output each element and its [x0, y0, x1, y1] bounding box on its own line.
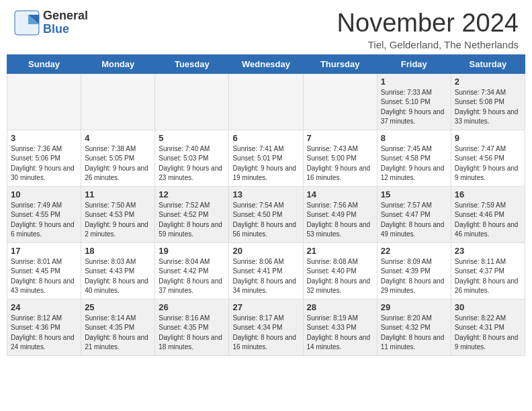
day-number: 22 [381, 246, 447, 256]
day-number: 15 [381, 189, 447, 199]
day-info: Sunrise: 8:16 AM Sunset: 4:35 PM Dayligh… [159, 314, 225, 353]
logo-icon [13, 9, 40, 36]
calendar-week-4: 24Sunrise: 8:12 AM Sunset: 4:36 PM Dayli… [7, 299, 525, 355]
day-cell: 25Sunrise: 8:14 AM Sunset: 4:35 PM Dayli… [81, 299, 155, 355]
day-number: 8 [381, 133, 447, 143]
day-number: 14 [307, 189, 373, 199]
day-cell: 4Sunrise: 7:38 AM Sunset: 5:05 PM Daylig… [81, 130, 155, 186]
day-info: Sunrise: 8:03 AM Sunset: 4:43 PM Dayligh… [85, 257, 151, 296]
day-info: Sunrise: 8:09 AM Sunset: 4:39 PM Dayligh… [381, 257, 447, 296]
day-cell: 17Sunrise: 8:01 AM Sunset: 4:45 PM Dayli… [7, 242, 81, 299]
day-number: 28 [307, 302, 373, 312]
day-cell: 16Sunrise: 7:59 AM Sunset: 4:46 PM Dayli… [451, 186, 525, 242]
day-cell: 27Sunrise: 8:17 AM Sunset: 4:34 PM Dayli… [229, 299, 303, 355]
day-info: Sunrise: 8:11 AM Sunset: 4:37 PM Dayligh… [455, 257, 521, 296]
day-info: Sunrise: 8:17 AM Sunset: 4:34 PM Dayligh… [232, 314, 299, 353]
header-sunday: Sunday [7, 54, 81, 73]
location: Tiel, Gelderland, The Netherlands [337, 39, 519, 50]
logo-blue: Blue [43, 23, 88, 36]
day-number: 16 [455, 189, 521, 199]
month-title: November 2024 [337, 9, 519, 38]
day-number: 6 [232, 133, 299, 143]
header-thursday: Thursday [303, 54, 377, 73]
day-info: Sunrise: 8:01 AM Sunset: 4:45 PM Dayligh… [11, 257, 77, 296]
day-number: 29 [381, 302, 447, 312]
day-number: 24 [11, 302, 77, 312]
day-info: Sunrise: 8:19 AM Sunset: 4:33 PM Dayligh… [307, 314, 373, 353]
header-saturday: Saturday [451, 54, 525, 73]
day-cell: 22Sunrise: 8:09 AM Sunset: 4:39 PM Dayli… [377, 242, 451, 299]
day-cell [81, 73, 155, 130]
day-info: Sunrise: 7:38 AM Sunset: 5:05 PM Dayligh… [85, 144, 151, 183]
day-cell: 19Sunrise: 8:04 AM Sunset: 4:42 PM Dayli… [155, 242, 229, 299]
day-number: 21 [307, 246, 373, 256]
day-cell: 6Sunrise: 7:41 AM Sunset: 5:01 PM Daylig… [229, 130, 303, 186]
day-info: Sunrise: 7:45 AM Sunset: 4:58 PM Dayligh… [381, 144, 447, 183]
day-info: Sunrise: 7:34 AM Sunset: 5:08 PM Dayligh… [455, 88, 521, 127]
title-section: November 2024 Tiel, Gelderland, The Neth… [337, 9, 519, 50]
day-info: Sunrise: 7:43 AM Sunset: 5:00 PM Dayligh… [307, 144, 373, 183]
page-wrapper: General Blue November 2024 Tiel, Gelderl… [0, 0, 532, 363]
day-info: Sunrise: 7:50 AM Sunset: 4:53 PM Dayligh… [85, 201, 151, 240]
day-info: Sunrise: 7:36 AM Sunset: 5:06 PM Dayligh… [11, 144, 77, 183]
day-number: 30 [455, 302, 521, 312]
header-wednesday: Wednesday [229, 54, 303, 73]
day-cell: 26Sunrise: 8:16 AM Sunset: 4:35 PM Dayli… [155, 299, 229, 355]
day-info: Sunrise: 7:54 AM Sunset: 4:50 PM Dayligh… [232, 201, 299, 240]
day-number: 27 [232, 302, 299, 312]
day-cell: 14Sunrise: 7:56 AM Sunset: 4:49 PM Dayli… [303, 186, 377, 242]
day-info: Sunrise: 8:12 AM Sunset: 4:36 PM Dayligh… [11, 314, 77, 353]
day-number: 19 [159, 246, 225, 256]
day-cell: 23Sunrise: 8:11 AM Sunset: 4:37 PM Dayli… [451, 242, 525, 299]
day-cell: 21Sunrise: 8:08 AM Sunset: 4:40 PM Dayli… [303, 242, 377, 299]
day-cell [155, 73, 229, 130]
header-friday: Friday [377, 54, 451, 73]
day-info: Sunrise: 7:33 AM Sunset: 5:10 PM Dayligh… [381, 88, 447, 127]
day-number: 26 [159, 302, 225, 312]
day-info: Sunrise: 7:47 AM Sunset: 4:56 PM Dayligh… [455, 144, 521, 183]
day-cell: 3Sunrise: 7:36 AM Sunset: 5:06 PM Daylig… [7, 130, 81, 186]
header-monday: Monday [81, 54, 155, 73]
day-number: 5 [159, 133, 225, 143]
day-number: 13 [232, 189, 299, 199]
day-cell: 18Sunrise: 8:03 AM Sunset: 4:43 PM Dayli… [81, 242, 155, 299]
day-cell: 12Sunrise: 7:52 AM Sunset: 4:52 PM Dayli… [155, 186, 229, 242]
day-number: 4 [85, 133, 151, 143]
day-info: Sunrise: 8:22 AM Sunset: 4:31 PM Dayligh… [455, 314, 521, 353]
day-number: 11 [85, 189, 151, 199]
day-cell: 30Sunrise: 8:22 AM Sunset: 4:31 PM Dayli… [451, 299, 525, 355]
calendar-week-1: 3Sunrise: 7:36 AM Sunset: 5:06 PM Daylig… [7, 130, 525, 186]
day-cell: 28Sunrise: 8:19 AM Sunset: 4:33 PM Dayli… [303, 299, 377, 355]
day-number: 25 [85, 302, 151, 312]
day-number: 9 [455, 133, 521, 143]
day-cell: 7Sunrise: 7:43 AM Sunset: 5:00 PM Daylig… [303, 130, 377, 186]
day-cell: 9Sunrise: 7:47 AM Sunset: 4:56 PM Daylig… [451, 130, 525, 186]
day-number: 17 [11, 246, 77, 256]
day-cell: 5Sunrise: 7:40 AM Sunset: 5:03 PM Daylig… [155, 130, 229, 186]
day-info: Sunrise: 8:14 AM Sunset: 4:35 PM Dayligh… [85, 314, 151, 353]
day-number: 10 [11, 189, 77, 199]
day-cell: 10Sunrise: 7:49 AM Sunset: 4:55 PM Dayli… [7, 186, 81, 242]
header: General Blue November 2024 Tiel, Gelderl… [0, 0, 532, 54]
day-info: Sunrise: 8:20 AM Sunset: 4:32 PM Dayligh… [381, 314, 447, 353]
day-number: 20 [232, 246, 299, 256]
logo-general: General [43, 9, 88, 23]
day-number: 2 [455, 77, 521, 87]
calendar-week-2: 10Sunrise: 7:49 AM Sunset: 4:55 PM Dayli… [7, 186, 525, 242]
day-cell: 24Sunrise: 8:12 AM Sunset: 4:36 PM Dayli… [7, 299, 81, 355]
day-cell: 13Sunrise: 7:54 AM Sunset: 4:50 PM Dayli… [229, 186, 303, 242]
day-info: Sunrise: 7:49 AM Sunset: 4:55 PM Dayligh… [11, 201, 77, 240]
logo: General Blue [13, 9, 88, 36]
day-info: Sunrise: 8:06 AM Sunset: 4:41 PM Dayligh… [232, 257, 299, 296]
day-info: Sunrise: 8:08 AM Sunset: 4:40 PM Dayligh… [307, 257, 373, 296]
day-info: Sunrise: 8:04 AM Sunset: 4:42 PM Dayligh… [159, 257, 225, 296]
day-cell [7, 73, 81, 130]
day-number: 7 [307, 133, 373, 143]
day-info: Sunrise: 7:40 AM Sunset: 5:03 PM Dayligh… [159, 144, 225, 183]
day-cell: 20Sunrise: 8:06 AM Sunset: 4:41 PM Dayli… [229, 242, 303, 299]
day-number: 3 [11, 133, 77, 143]
calendar-week-3: 17Sunrise: 8:01 AM Sunset: 4:45 PM Dayli… [7, 242, 525, 299]
day-cell: 8Sunrise: 7:45 AM Sunset: 4:58 PM Daylig… [377, 130, 451, 186]
day-info: Sunrise: 7:57 AM Sunset: 4:47 PM Dayligh… [381, 201, 447, 240]
day-cell: 2Sunrise: 7:34 AM Sunset: 5:08 PM Daylig… [451, 73, 525, 130]
